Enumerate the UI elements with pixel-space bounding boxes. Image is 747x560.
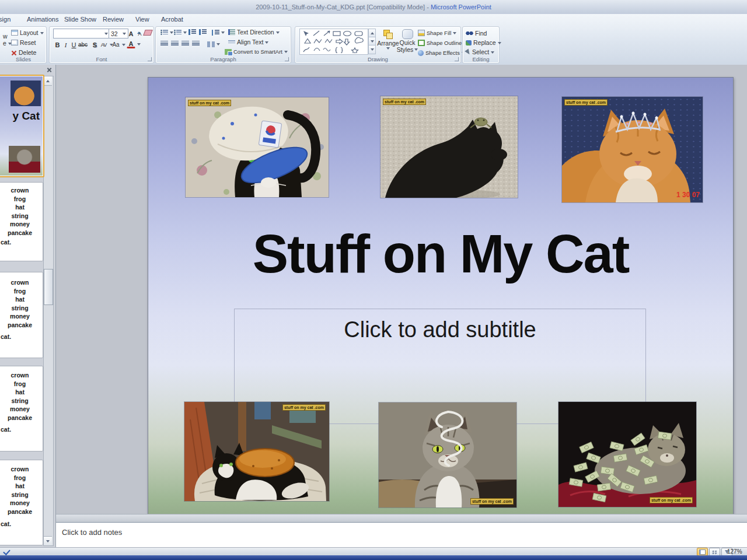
justify-button[interactable] <box>192 41 200 47</box>
photo-cat-with-money[interactable]: stuff on my cat .com <box>558 402 696 507</box>
photo-date-stamp: 1 30 07 <box>676 191 700 199</box>
font-color-button[interactable]: A <box>127 40 141 48</box>
tab-view[interactable]: View <box>132 15 153 24</box>
thumbnail-title-fragment: y Cat <box>13 110 40 123</box>
shape-outline-button[interactable]: Shape Outline <box>418 40 467 46</box>
app-name: Microsoft PowerPoint <box>431 4 491 10</box>
slide-thumbnail-1[interactable]: y Cat <box>0 75 44 177</box>
watermark-label: stuff on my cat .com <box>282 404 326 411</box>
clear-formatting-icon <box>143 30 153 36</box>
group-slides: w e Layout Reset Delete Slides <box>0 26 47 64</box>
replace-button[interactable]: Replace <box>466 39 501 46</box>
select-button[interactable]: Select <box>466 48 494 55</box>
scrollbar-thumb[interactable] <box>44 269 53 305</box>
shape-effects-button[interactable]: Shape Effects <box>418 50 465 56</box>
close-panel-icon[interactable] <box>45 66 54 74</box>
drawing-dialog-launcher[interactable] <box>455 57 459 61</box>
shapes-scroll-up[interactable] <box>368 29 376 37</box>
change-case-button[interactable]: Aa <box>111 40 125 50</box>
scroll-down-arrow-icon[interactable] <box>44 536 52 545</box>
convert-smartart-button[interactable]: Convert to SmartArt <box>225 48 288 55</box>
photo-cat-with-cap[interactable]: stuff on my cat .com <box>186 97 329 197</box>
slide-canvas[interactable]: stuff on my cat .com stuff on my cat .co… <box>148 77 734 514</box>
slide-thumbnail-2[interactable]: crownfroghat stringmoneypancake cat. <box>0 182 43 261</box>
shape-outline-icon <box>418 40 425 46</box>
slide-thumbnail-4[interactable]: crownfroghat stringmoneypancake cat. <box>0 366 43 452</box>
layout-button[interactable]: Layout <box>11 29 44 36</box>
new-slide-dropdown[interactable]: e <box>3 40 12 47</box>
decrease-indent-button[interactable] <box>189 29 196 35</box>
strikethrough-button[interactable]: abc <box>78 40 88 50</box>
group-paragraph: Text Direction Align Text Convert to Sma… <box>155 26 291 64</box>
clear-formatting-button[interactable] <box>144 30 152 36</box>
new-slide-button[interactable]: w <box>3 33 8 40</box>
line-spacing-button[interactable] <box>212 29 225 36</box>
layout-icon <box>11 30 18 36</box>
paragraph-dialog-launcher[interactable] <box>285 57 289 61</box>
bullets-button[interactable] <box>160 29 173 36</box>
find-button[interactable]: Find <box>466 30 487 37</box>
text-shadow-button[interactable]: S <box>90 40 99 50</box>
group-editing: Find Replace Select Editing <box>462 26 500 64</box>
tab-acrobat[interactable]: Acrobat <box>158 15 187 24</box>
arrange-button[interactable]: Arrange <box>379 30 397 51</box>
group-label-slides: Slides <box>1 56 46 62</box>
find-icon <box>466 31 473 36</box>
slide-thumbnail-3[interactable]: crownfroghat stringmoneypancake cat. <box>0 272 43 358</box>
reset-button[interactable]: Reset <box>11 39 36 46</box>
italic-button[interactable]: I <box>61 40 70 50</box>
quick-styles-icon <box>402 29 413 39</box>
delete-icon <box>11 50 17 55</box>
align-right-button[interactable] <box>181 41 189 47</box>
slide-editor-area: stuff on my cat .com stuff on my cat .co… <box>56 65 747 514</box>
columns-button[interactable] <box>207 41 220 47</box>
shapes-gallery-icons <box>300 29 366 53</box>
quick-styles-button[interactable]: Quick Styles <box>399 29 416 53</box>
normal-view-button[interactable] <box>697 548 708 556</box>
notes-pane[interactable]: Click to add notes <box>56 522 747 548</box>
photo-cat-with-pancake[interactable]: stuff on my cat .com <box>184 402 329 501</box>
align-text-button[interactable]: Align Text <box>228 38 268 46</box>
shape-fill-icon <box>418 30 425 36</box>
notes-splitter[interactable] <box>56 514 747 523</box>
align-left-icon <box>160 41 168 47</box>
bold-button[interactable]: B <box>53 40 62 50</box>
photo-cat-with-string[interactable]: stuff on my cat .com <box>379 402 516 508</box>
spell-check-icon[interactable] <box>3 548 11 555</box>
tab-slide-show[interactable]: Slide Show <box>61 15 100 24</box>
shapes-gallery[interactable] <box>299 29 368 55</box>
tab-review[interactable]: Review <box>99 15 127 24</box>
group-label-editing: Editing <box>463 56 499 62</box>
zoom-level[interactable]: 127% <box>727 548 742 555</box>
slide-thumbnail-5[interactable]: crownfroghat stringmoneypancake cat. <box>0 460 43 545</box>
shape-fill-button[interactable]: Shape Fill <box>418 30 456 36</box>
photo-cat-with-crown[interactable]: 1 30 07 stuff on my cat .com <box>562 97 703 202</box>
group-label-font: Font <box>50 56 153 62</box>
shapes-scroll-down[interactable] <box>368 37 376 46</box>
watermark-label: stuff on my cat .com <box>470 498 514 505</box>
reset-icon <box>11 40 18 46</box>
photo-cat-with-frog[interactable]: stuff on my cat .com <box>381 96 518 198</box>
group-font: 32 A A B I U abc S AV Aa A Font <box>49 26 154 64</box>
numbering-button[interactable] <box>174 29 187 36</box>
thumbnail-photo-money-cat <box>9 146 40 173</box>
align-center-icon <box>171 41 179 47</box>
scroll-up-arrow-icon[interactable] <box>44 76 52 86</box>
slide-sorter-view-button[interactable] <box>709 548 720 556</box>
increase-indent-button[interactable] <box>199 29 207 35</box>
text-direction-button[interactable]: Text Direction <box>228 29 280 36</box>
font-dialog-launcher[interactable] <box>148 57 152 61</box>
align-center-button[interactable] <box>171 41 179 47</box>
notes-placeholder-text: Click to add notes <box>62 528 122 537</box>
group-drawing: Arrange Quick Styles Shape Fill Shape Ou… <box>295 26 461 64</box>
underline-button[interactable]: U <box>69 40 78 50</box>
align-left-button[interactable] <box>160 41 168 47</box>
tab-animations[interactable]: Animations <box>23 15 62 24</box>
font-name-combo[interactable] <box>53 29 110 38</box>
tab-design[interactable]: esign <box>0 15 14 24</box>
font-size-combo[interactable]: 32 <box>109 29 128 38</box>
slide-title[interactable]: Stuff on My Cat <box>148 223 733 285</box>
thumbnails-scrollbar[interactable] <box>43 76 54 546</box>
delete-button[interactable]: Delete <box>11 49 36 56</box>
shapes-more-button[interactable] <box>368 45 376 54</box>
